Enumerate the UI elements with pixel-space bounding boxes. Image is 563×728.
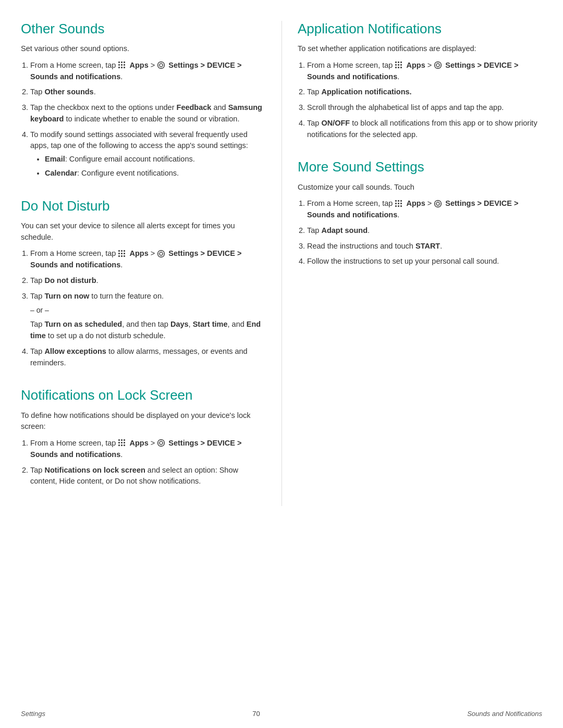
svg-rect-30 bbox=[118, 439, 120, 441]
svg-point-55 bbox=[435, 62, 442, 69]
other-sounds-title: Other Sounds bbox=[21, 21, 266, 37]
other-sounds-step-3: Tap the checkbox next to the options und… bbox=[30, 102, 266, 125]
svg-point-9 bbox=[160, 64, 163, 67]
other-sounds-section: Other Sounds Set various other sound opt… bbox=[21, 21, 266, 179]
settings-gear-icon-3 bbox=[157, 439, 165, 447]
do-not-disturb-section: Do Not Disturb You can set your device t… bbox=[21, 198, 266, 369]
svg-rect-17 bbox=[124, 250, 125, 252]
dnd-step-3: Tap Turn on now to turn the feature on. … bbox=[30, 291, 266, 342]
notifications-lock-screen-intro: To define how notifications should be di… bbox=[21, 410, 266, 433]
more-sound-settings-steps: From a Home screen, tap bbox=[298, 198, 542, 267]
mss-step-4: Follow the instructions to set up your p… bbox=[307, 256, 542, 267]
apps-grid-icon-4 bbox=[395, 61, 403, 69]
svg-rect-67 bbox=[398, 205, 399, 207]
svg-rect-35 bbox=[124, 442, 125, 443]
svg-rect-16 bbox=[121, 250, 123, 252]
svg-rect-37 bbox=[121, 445, 123, 446]
svg-rect-4 bbox=[121, 64, 123, 66]
svg-rect-8 bbox=[124, 67, 125, 68]
svg-rect-6 bbox=[118, 67, 120, 68]
more-sound-settings-section: More Sound Settings Customize your call … bbox=[298, 159, 542, 267]
apps-grid-icon bbox=[118, 61, 126, 69]
notifications-lock-screen-steps: From a Home screen, tap bbox=[21, 438, 266, 487]
dnd-step-2: Tap Do not disturb. bbox=[30, 275, 266, 287]
svg-rect-48 bbox=[395, 64, 397, 66]
svg-rect-0 bbox=[118, 61, 120, 63]
svg-rect-1 bbox=[121, 61, 123, 63]
dnd-or-text: – or – bbox=[30, 305, 266, 316]
mss-step-1: From a Home screen, tap bbox=[307, 198, 542, 221]
svg-rect-66 bbox=[395, 205, 397, 207]
page-footer: Settings 70 Sounds and Notifications bbox=[0, 710, 563, 718]
svg-rect-52 bbox=[398, 67, 399, 68]
other-sounds-bullets: Email: Configure email account notificat… bbox=[30, 154, 266, 179]
nls-step-2: Tap Notifications on lock screen and sel… bbox=[30, 465, 266, 488]
an-step-1: From a Home screen, tap bbox=[307, 60, 542, 83]
svg-rect-45 bbox=[395, 61, 397, 63]
svg-rect-63 bbox=[395, 203, 397, 204]
svg-rect-64 bbox=[398, 203, 399, 204]
svg-rect-19 bbox=[121, 253, 123, 254]
settings-gear-icon-4 bbox=[434, 61, 442, 69]
svg-rect-33 bbox=[118, 442, 120, 443]
svg-point-25 bbox=[158, 250, 165, 257]
svg-rect-7 bbox=[121, 67, 123, 68]
svg-rect-53 bbox=[400, 67, 402, 68]
right-column: Application Notifications To set whether… bbox=[282, 21, 542, 506]
other-sounds-step-4: To modify sound settings associated with… bbox=[30, 129, 266, 179]
svg-rect-60 bbox=[395, 200, 397, 202]
svg-rect-18 bbox=[118, 253, 120, 254]
svg-rect-31 bbox=[121, 439, 123, 441]
apps-grid-icon-5 bbox=[395, 200, 403, 208]
svg-point-10 bbox=[158, 62, 165, 69]
an-step-4: Tap ON/OFF to block all notifications fr… bbox=[307, 118, 542, 141]
svg-rect-61 bbox=[398, 200, 399, 202]
dnd-step-1: From a Home screen, tap bbox=[30, 248, 266, 271]
do-not-disturb-intro: You can set your device to silence all a… bbox=[21, 220, 266, 243]
svg-point-39 bbox=[160, 441, 163, 445]
svg-rect-15 bbox=[118, 250, 120, 252]
svg-rect-68 bbox=[400, 205, 402, 207]
footer-left: Settings bbox=[21, 710, 45, 718]
do-not-disturb-title: Do Not Disturb bbox=[21, 198, 266, 214]
other-sounds-step-2: Tap Other sounds. bbox=[30, 87, 266, 98]
svg-rect-22 bbox=[121, 255, 123, 257]
svg-point-24 bbox=[160, 252, 163, 255]
svg-rect-47 bbox=[400, 61, 402, 63]
application-notifications-steps: From a Home screen, tap bbox=[298, 60, 542, 141]
svg-rect-2 bbox=[124, 61, 125, 63]
svg-rect-23 bbox=[124, 255, 125, 257]
an-step-3: Scroll through the alphabetical list of … bbox=[307, 102, 542, 114]
svg-rect-36 bbox=[118, 445, 120, 446]
footer-right: Sounds and Notifications bbox=[467, 710, 542, 718]
settings-gear-icon-5 bbox=[434, 200, 442, 208]
footer-page-number: 70 bbox=[252, 710, 260, 718]
svg-rect-50 bbox=[400, 64, 402, 66]
svg-rect-62 bbox=[400, 200, 402, 202]
svg-rect-20 bbox=[124, 253, 125, 254]
svg-rect-3 bbox=[118, 64, 120, 66]
svg-rect-21 bbox=[118, 255, 120, 257]
notifications-lock-screen-title: Notifications on Lock Screen bbox=[21, 387, 266, 403]
other-sounds-bullet-email: Email: Configure email account notificat… bbox=[45, 154, 266, 165]
application-notifications-intro: To set whether application notifications… bbox=[298, 43, 542, 55]
nls-step-1: From a Home screen, tap bbox=[30, 438, 266, 461]
do-not-disturb-steps: From a Home screen, tap bbox=[21, 248, 266, 368]
more-sound-settings-title: More Sound Settings bbox=[298, 159, 542, 175]
svg-point-40 bbox=[158, 440, 165, 447]
settings-gear-icon-2 bbox=[157, 250, 165, 258]
svg-point-70 bbox=[435, 200, 442, 207]
other-sounds-bullet-calendar: Calendar: Configure event notifications. bbox=[45, 168, 266, 179]
svg-rect-65 bbox=[400, 203, 402, 204]
application-notifications-title: Application Notifications bbox=[298, 21, 542, 37]
svg-point-69 bbox=[436, 202, 439, 205]
an-step-2: Tap Application notifications. bbox=[307, 87, 542, 98]
svg-point-54 bbox=[436, 64, 439, 67]
svg-rect-32 bbox=[124, 439, 125, 441]
other-sounds-step-1: From a Home screen, tap bbox=[30, 60, 266, 83]
left-column: Other Sounds Set various other sound opt… bbox=[21, 21, 282, 506]
svg-rect-34 bbox=[121, 442, 123, 443]
notifications-lock-screen-section: Notifications on Lock Screen To define h… bbox=[21, 387, 266, 487]
mss-step-2: Tap Adapt sound. bbox=[307, 225, 542, 237]
mss-step-3: Read the instructions and touch START. bbox=[307, 241, 542, 252]
